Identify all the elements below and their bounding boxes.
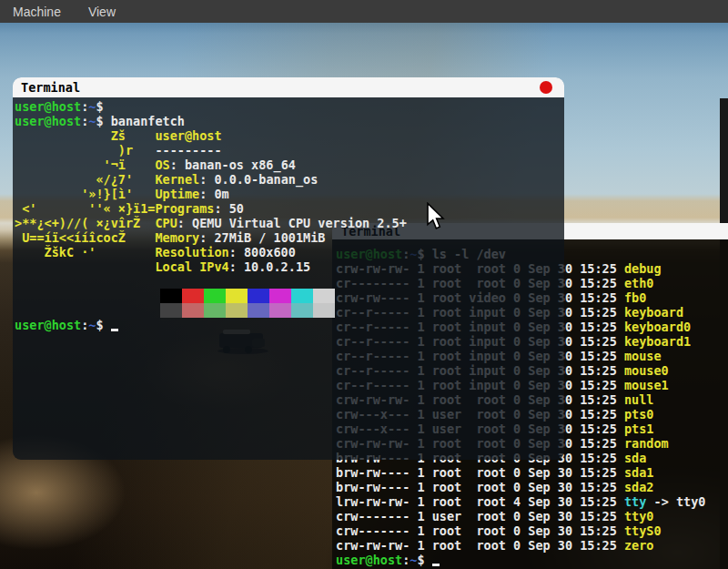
- menu-item-machine[interactable]: Machine: [13, 5, 61, 19]
- fetch-colon: :: [229, 259, 244, 274]
- terminal1-title-bar[interactable]: Terminal: [13, 77, 564, 97]
- terminal1-prompt-line: user@host:~$: [15, 99, 564, 114]
- ls-row: brw-rw---- 1 root root 0 Sep 30 15:25 sd…: [336, 480, 728, 494]
- fetch-ascii-art: '¬ï: [15, 157, 155, 172]
- fetch-line: Zš user@host: [15, 128, 564, 143]
- terminal1-title: Terminal: [21, 80, 80, 95]
- fetch-line: U==íï<<ííîcocŽ Memory: 27MiB / 1001MiB: [15, 230, 564, 245]
- fetch-colon: :: [170, 157, 185, 172]
- fetch-ascii-art: )r: [15, 143, 155, 157]
- palette-swatch: [248, 289, 269, 303]
- fetch-colon: :: [214, 201, 228, 216]
- fetch-value: 10.0.2.15: [244, 259, 310, 274]
- fetch-label: Local IPv4: [155, 259, 228, 274]
- ls-row-details: crw------- 1 user root 0 Sep 30 15:25: [336, 509, 624, 523]
- terminal1-command: bananfetch: [111, 114, 185, 128]
- ls-device-name: sda: [624, 451, 646, 465]
- ls-device-name: tty0: [624, 509, 654, 523]
- ls-row-details: crw------- 1 root root 0 Sep 30 15:25: [336, 523, 624, 538]
- ls-row-details: brw-rw---- 1 root root 0 Sep 30 15:25: [336, 480, 624, 494]
- fetch-ascii-art: Zš: [15, 128, 155, 143]
- fetch-label: Memory: [155, 230, 199, 245]
- fetch-value: 800x600: [244, 245, 296, 259]
- ls-device-name: sda2: [624, 480, 654, 494]
- ls-device-name: mouse0: [624, 363, 669, 378]
- text-cursor: [111, 320, 118, 331]
- fetch-value: user@host: [155, 128, 221, 143]
- prompt-dollar: $: [96, 114, 110, 128]
- palette-swatch: [182, 289, 204, 303]
- ls-row-details: crw-rw-rw- 1 root root 0 Sep 30 15:25: [336, 538, 624, 553]
- vm-menu-bar: Machine View: [0, 0, 728, 23]
- fetch-line: Local IPv4: 10.0.2.15: [15, 259, 564, 274]
- ls-symlink-target: -> tty0: [646, 494, 705, 509]
- fetch-value: QEMU Virtual CPU version 2.5+: [192, 216, 407, 230]
- ls-device-name: pts0: [624, 407, 654, 422]
- menu-item-view[interactable]: View: [88, 5, 116, 19]
- prompt-dollar: $: [417, 553, 431, 567]
- palette-swatch: [160, 289, 182, 303]
- fetch-colon: :: [199, 172, 214, 187]
- fetch-value: 0.0.0-banan_os: [214, 172, 318, 187]
- prompt-user-host: user@host: [336, 553, 402, 567]
- ls-row: crw------- 1 user root 0 Sep 30 15:25 tt…: [336, 509, 728, 523]
- ls-row: brw-rw---- 1 root root 0 Sep 30 15:25 sd…: [336, 465, 728, 480]
- terminal1-content[interactable]: user@host:~$ user@host:~$ bananfetch Zš …: [13, 97, 564, 460]
- palette-swatch: [160, 303, 182, 318]
- fetch-label: Kernel: [155, 172, 199, 187]
- ls-device-name: pts1: [624, 422, 654, 436]
- fetch-colon: :: [199, 187, 214, 201]
- fetch-line: >**¿<+)//( ×¿vîrŽ CPU: QEMU Virtual CPU …: [15, 216, 564, 230]
- ls-device-name: null: [624, 392, 654, 407]
- palette-swatch: [204, 303, 226, 318]
- ls-device-name: keyboard1: [624, 334, 691, 349]
- prompt-user-host: user@host: [15, 318, 81, 332]
- fetch-colon: :: [229, 245, 244, 259]
- ls-device-name: random: [624, 436, 669, 451]
- ls-row: crw------- 1 root root 0 Sep 30 15:25 tt…: [336, 523, 728, 538]
- fetch-ascii-art: U==íï<<ííîcocŽ: [15, 230, 155, 245]
- terminal-window-bananfetch[interactable]: Terminal user@host:~$ user@host:~$ banan…: [13, 77, 564, 460]
- color-palette-row: [15, 289, 564, 303]
- prompt-user-host: user@host: [15, 114, 81, 128]
- prompt-user-host: user@host: [15, 99, 81, 114]
- fetch-line: '¬ï OS: banan-os x86_64: [15, 157, 564, 172]
- fetch-ascii-art: «/¿7': [15, 172, 155, 187]
- ls-device-name: keyboard0: [624, 320, 691, 334]
- palette-swatch: [269, 303, 291, 318]
- terminal2-active-prompt: user@host:~$: [336, 553, 728, 567]
- ls-device-name: mouse: [624, 349, 662, 363]
- ls-device-name: mouse1: [624, 378, 669, 392]
- text-cursor: [432, 555, 440, 566]
- fetch-ascii-art: '»!}[ì': [15, 187, 155, 201]
- ls-device-name: keyboard: [624, 305, 683, 320]
- ls-device-name: ttyS0: [624, 523, 662, 538]
- fetch-ascii-art: >**¿<+)//( ×¿vîrŽ: [15, 216, 155, 230]
- fetch-label: OS: [155, 157, 169, 172]
- palette-swatch: [313, 303, 335, 318]
- prompt-dollar: $: [96, 99, 110, 114]
- fetch-line: «/¿7' Kernel: 0.0.0-banan_os: [15, 172, 564, 187]
- fetch-label: CPU: [155, 216, 177, 230]
- palette-swatch: [291, 303, 313, 318]
- palette-swatch: [226, 289, 248, 303]
- fetch-value: banan-os x86_64: [185, 157, 296, 172]
- fetch-colon: :: [177, 216, 192, 230]
- ls-device-name: tty: [624, 494, 646, 509]
- fetch-label: Uptime: [155, 187, 199, 201]
- fetch-value: 27MiB / 1001MiB: [214, 230, 325, 245]
- mouse-cursor-icon: [426, 202, 445, 234]
- ls-device-name: sda1: [624, 465, 654, 480]
- terminal1-command-line: user@host:~$ bananfetch: [15, 114, 564, 128]
- palette-swatch: [226, 303, 248, 318]
- ls-row: lrw-rw-rw- 1 root root 4 Sep 30 15:25 tt…: [336, 494, 728, 509]
- ls-device-name: eth0: [624, 276, 654, 290]
- blank-line: [15, 274, 564, 289]
- fetch-ascii-art: [15, 259, 155, 274]
- fetch-label: Programs: [155, 201, 214, 216]
- fetch-value: 0m: [214, 187, 228, 201]
- fetch-ascii-art: <' ''« ×}ï1=: [15, 201, 155, 216]
- close-button[interactable]: [540, 81, 552, 94]
- ls-device-name: debug: [624, 261, 662, 276]
- ls-row-details: brw-rw---- 1 root root 0 Sep 30 15:25: [336, 465, 624, 480]
